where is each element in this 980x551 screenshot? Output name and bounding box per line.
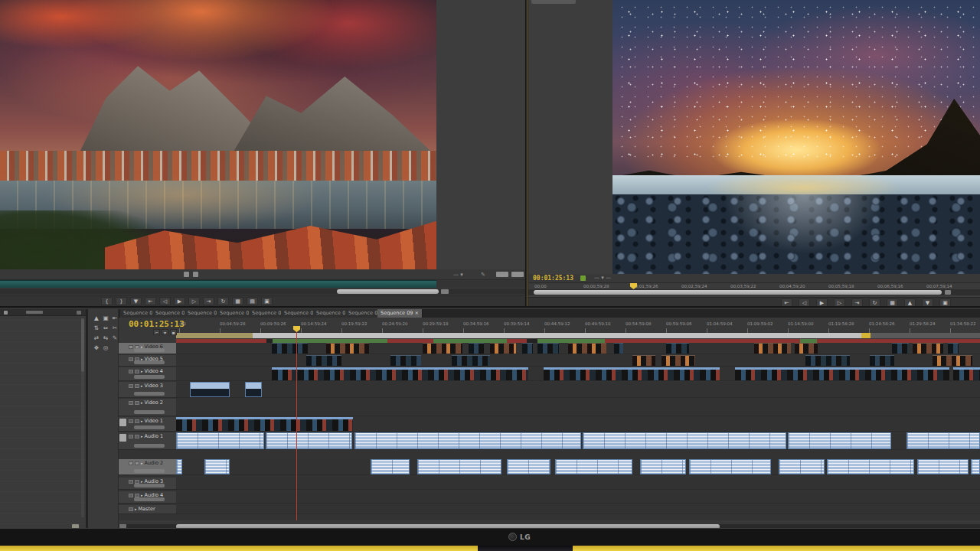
gear-icon[interactable] — [184, 272, 189, 277]
rolling-edit-tool[interactable]: ⇅ — [92, 324, 101, 332]
clip[interactable] — [417, 459, 501, 474]
slide-tool[interactable]: ⇆ — [101, 334, 110, 342]
clip[interactable] — [779, 459, 825, 474]
step-forward-button[interactable]: ▷ — [188, 297, 200, 305]
twirl-icon[interactable]: ▸ — [135, 507, 137, 511]
export-frame-button[interactable]: ▣ — [261, 297, 273, 305]
speaker-icon[interactable] — [129, 435, 133, 439]
clip[interactable] — [469, 343, 484, 354]
clip[interactable] — [544, 367, 720, 380]
track-target-indicator[interactable] — [119, 419, 126, 426]
clip[interactable] — [689, 459, 771, 474]
track-header-video-5[interactable]: ▸Video 5 — [119, 355, 176, 367]
speaker-icon[interactable] — [129, 494, 133, 497]
clip[interactable] — [358, 399, 418, 416]
track-style-pill[interactable] — [134, 348, 165, 352]
hand-tool[interactable]: ✥ — [92, 344, 101, 352]
clip[interactable] — [735, 367, 949, 380]
track-header-video-1[interactable]: ▸Video 1 — [119, 417, 176, 432]
lock-icon[interactable] — [135, 401, 139, 405]
clip[interactable] — [568, 343, 606, 354]
clip[interactable] — [326, 343, 369, 354]
clip[interactable] — [805, 355, 850, 366]
track-style-pill[interactable] — [134, 469, 165, 473]
lock-icon[interactable] — [135, 480, 139, 484]
fit-dropdown-program[interactable]: — ▾ — — [594, 274, 611, 282]
target-indicator-icon[interactable] — [580, 276, 586, 281]
eye-icon[interactable] — [129, 419, 133, 423]
clip[interactable] — [371, 459, 410, 474]
clip[interactable] — [953, 367, 980, 380]
clip[interactable] — [640, 459, 686, 474]
twirl-icon[interactable]: ▸ — [141, 461, 143, 465]
rate-stretch-tool[interactable]: ⇔ — [101, 324, 110, 332]
eye-icon[interactable] — [129, 345, 133, 349]
clip[interactable] — [176, 417, 353, 431]
go-to-out-button[interactable]: ⇥ — [203, 297, 214, 305]
clip[interactable] — [666, 343, 689, 354]
program-mini-ruler[interactable]: 00;0000;00;59;2800;01;59;2600;02;59;2400… — [528, 282, 980, 289]
track-style-pill[interactable] — [134, 497, 165, 501]
clip[interactable] — [354, 432, 581, 449]
clip[interactable] — [452, 355, 490, 366]
safe-margins-button[interactable]: ▦ — [232, 297, 243, 305]
program-scrollbar-thumb[interactable] — [534, 290, 942, 295]
eye-icon[interactable] — [129, 384, 133, 388]
track-style-pill[interactable] — [134, 410, 165, 414]
clip[interactable] — [537, 343, 559, 354]
lock-icon[interactable] — [135, 419, 139, 423]
track-target-indicator[interactable] — [119, 434, 126, 442]
lock-icon[interactable] — [135, 384, 139, 388]
source-scrollbar-thumb[interactable] — [337, 289, 439, 294]
program-scrollbar-endbox[interactable] — [945, 290, 951, 295]
track-header-video-2[interactable]: ▸Video 2 — [119, 399, 176, 416]
twirl-icon[interactable]: ▸ — [141, 400, 143, 405]
fit-dropdown[interactable]: — ▾ — [453, 271, 463, 279]
snap-icon[interactable]: ⌐ — [153, 329, 160, 335]
eye-icon[interactable] — [129, 507, 133, 511]
zoom-tool[interactable]: ◎ — [101, 344, 110, 352]
play-button[interactable]: ▶ — [174, 297, 185, 305]
project-scrollbar-thumb[interactable] — [81, 318, 84, 372]
clip[interactable] — [423, 343, 462, 354]
track-header-video-4[interactable]: ▸Video 4 — [119, 367, 176, 381]
clip[interactable] — [176, 432, 264, 449]
clip[interactable] — [662, 355, 695, 366]
clip[interactable] — [507, 459, 550, 474]
speaker-icon[interactable] — [129, 461, 133, 465]
clip[interactable] — [827, 459, 914, 474]
pen-icon[interactable]: ✎ — [481, 271, 485, 279]
clip[interactable] — [632, 355, 655, 366]
tab-sequence-09[interactable]: Sequence 09 × — [377, 309, 423, 318]
clip[interactable] — [204, 459, 230, 474]
clip[interactable] — [870, 355, 894, 366]
clip[interactable] — [583, 432, 786, 449]
track-style-pill[interactable] — [134, 484, 165, 487]
track-header-audio-2[interactable]: ▸Audio 2 — [119, 459, 176, 475]
set-marker-icon[interactable]: ▾ — [162, 329, 168, 335]
track-style-pill[interactable] — [134, 444, 165, 448]
source-scrollbar-endbox[interactable] — [441, 289, 449, 294]
track-header-audio-1[interactable]: ▸Audio 1 — [119, 432, 176, 450]
panel-menu-icon[interactable] — [77, 311, 81, 315]
lock-icon[interactable] — [135, 461, 139, 465]
track-header-master[interactable]: ▸Master — [119, 505, 176, 514]
clip[interactable] — [390, 355, 421, 366]
track-header-audio-4[interactable]: ▸Audio 4 — [119, 491, 176, 504]
clip[interactable] — [614, 343, 623, 354]
speaker-icon[interactable] — [129, 480, 133, 484]
track-select-tool[interactable]: ▣ — [101, 314, 110, 322]
edit-mode-icon[interactable]: ▪ — [170, 329, 177, 335]
step-back-button[interactable]: ◁ — [159, 297, 171, 305]
settings-menu-icon[interactable] — [193, 272, 198, 277]
clip[interactable] — [906, 432, 980, 449]
twirl-icon[interactable]: ▸ — [141, 419, 143, 423]
clip[interactable] — [514, 399, 574, 416]
twirl-icon[interactable]: ▸ — [141, 434, 143, 439]
clip[interactable] — [671, 399, 730, 416]
clip[interactable] — [917, 459, 969, 474]
source-zoom-scrollbar[interactable] — [0, 289, 525, 295]
program-panel-tab[interactable] — [531, 0, 576, 4]
clip[interactable] — [892, 343, 909, 354]
source-scrub-bar[interactable] — [0, 280, 436, 288]
